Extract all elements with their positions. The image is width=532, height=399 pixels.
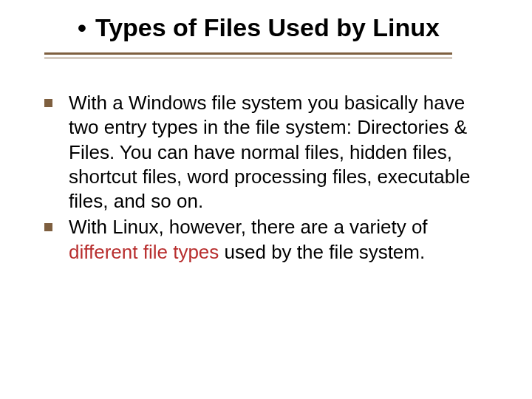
list-item: With Linux, however, there are a variety…: [44, 215, 488, 265]
square-bullet-icon: [44, 223, 52, 231]
title-bullet-icon: •: [78, 15, 86, 40]
body-text: With Linux, however, there are a variety…: [69, 215, 488, 265]
title-underline-thick: [44, 52, 452, 55]
body-text: With a Windows file system you basically…: [69, 91, 488, 214]
slide-title-row: • Types of Files Used by Linux: [44, 13, 488, 51]
slide: • Types of Files Used by Linux With a Wi…: [0, 0, 532, 399]
slide-title: Types of Files Used by Linux: [95, 13, 440, 42]
list-item: With a Windows file system you basically…: [44, 91, 488, 214]
title-underline-thin: [44, 58, 452, 58]
square-bullet-icon: [44, 99, 52, 107]
slide-body: With a Windows file system you basically…: [44, 91, 488, 265]
